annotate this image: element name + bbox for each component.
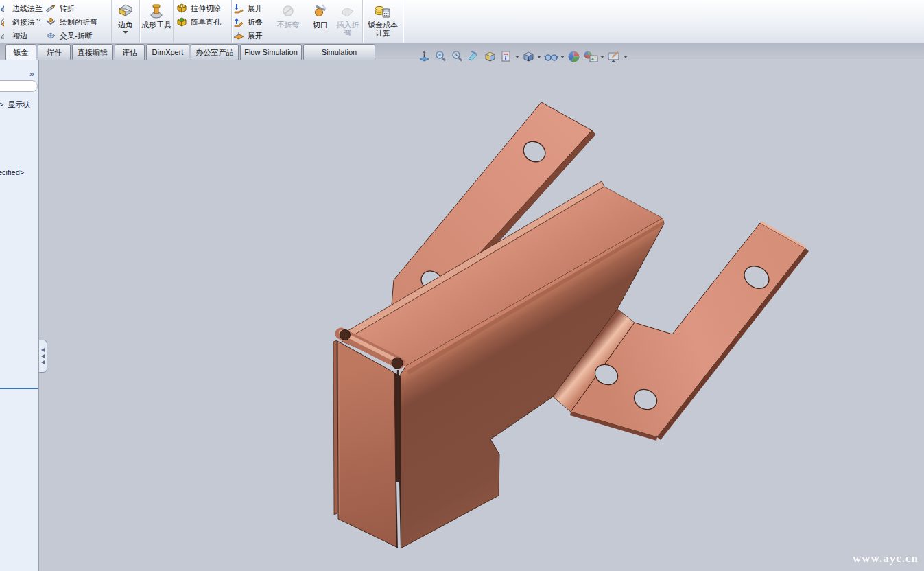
button-label: 简单直孔 <box>191 17 221 27</box>
flatten-button[interactable]: 展开 <box>233 29 263 43</box>
button-label: 插入折弯 <box>335 21 360 37</box>
button-label: 转折 <box>60 3 75 14</box>
button-label: 折叠 <box>248 17 263 27</box>
miter-flange-button[interactable]: 斜接法兰 <box>0 15 43 29</box>
tab-dimxpert[interactable]: DimXpert <box>146 44 189 60</box>
simple-hole-button[interactable]: 简单直孔 <box>176 15 221 29</box>
unfold-icon <box>233 3 246 14</box>
sketched-bend-button[interactable]: 绘制的折弯 <box>45 15 97 29</box>
sheet-metal-costing-button[interactable]: 钣金成本计算 <box>366 1 400 41</box>
rip-icon <box>313 1 328 21</box>
unfold-button[interactable]: 展开 <box>233 1 263 15</box>
extruded-cut-button[interactable]: 拉伸切除 <box>176 1 221 15</box>
edge-flange-button[interactable]: 边线法兰 <box>0 1 43 15</box>
sketched-bend-icon <box>45 16 58 27</box>
button-label: 展开 <box>248 3 263 14</box>
tab-direct-editing[interactable]: 直接编辑 <box>72 44 113 60</box>
jog-button[interactable]: 转折 <box>45 1 97 15</box>
collapse-arrow-icon <box>41 354 45 358</box>
tree-item-material[interactable]: ecified> <box>0 168 24 176</box>
button-label: 切口 <box>313 21 328 29</box>
button-label: 成形工具 <box>141 21 171 29</box>
forming-tools-button[interactable]: 成形工具 <box>141 1 171 41</box>
hem-button[interactable]: 褶边 <box>0 29 43 43</box>
rip-button[interactable]: 切口 <box>309 1 332 41</box>
viewport-canvas[interactable] <box>0 0 924 571</box>
no-bends-icon <box>281 1 295 21</box>
insert-bends-icon <box>340 1 355 21</box>
flatten-icon <box>233 30 246 41</box>
button-label: 斜接法兰 <box>12 17 43 27</box>
corner-icon <box>117 1 134 21</box>
panel-collapse-handle[interactable] <box>39 340 47 373</box>
feature-manager-panel: » t>_显示状 ecified> <box>0 60 39 571</box>
simple-hole-icon <box>176 16 189 27</box>
button-label: 边线法兰 <box>12 3 43 14</box>
fold-button[interactable]: 折叠 <box>233 15 263 29</box>
extruded-cut-icon <box>176 3 189 14</box>
sheet-metal-part[interactable] <box>333 102 809 550</box>
tab-evaluate[interactable]: 评估 <box>115 44 145 60</box>
panel-expand-button[interactable]: » <box>29 69 34 79</box>
button-label: 展开 <box>248 31 263 41</box>
command-manager-tabs: 钣金 焊件 直接编辑 评估 DimXpert 办公室产品 Flow Simula… <box>0 43 924 60</box>
tab-simulation[interactable]: Simulation <box>303 44 375 60</box>
corner-button[interactable]: 边角 <box>113 1 138 41</box>
cross-break-icon <box>45 30 58 41</box>
button-label: 不折弯 <box>277 21 300 29</box>
no-bends-button: 不折弯 <box>272 1 305 41</box>
fold-icon <box>233 16 246 27</box>
button-label: 褶边 <box>12 31 27 41</box>
collapse-arrow-icon <box>41 348 45 352</box>
cross-break-button[interactable]: 交叉-折断 <box>45 29 97 43</box>
miter-flange-icon <box>0 16 4 27</box>
edge-flange-icon <box>0 3 4 14</box>
command-manager-ribbon: 边线法兰 斜接法兰 褶边 转折 绘制的折弯 交叉-折断 <box>0 0 924 43</box>
tab-weldments[interactable]: 焊件 <box>38 44 71 60</box>
tab-sheet-metal[interactable]: 钣金 <box>5 44 36 60</box>
insert-bends-button: 插入折弯 <box>335 1 361 41</box>
button-label: 边角 <box>118 21 133 29</box>
tree-item-display-state[interactable]: t>_显示状 <box>0 100 31 110</box>
panel-splitter[interactable] <box>0 388 38 389</box>
costing-icon <box>374 1 392 21</box>
feature-tree-filter-box[interactable] <box>0 80 38 92</box>
button-label: 绘制的折弯 <box>60 17 97 27</box>
tab-flow-simulation[interactable]: Flow Simulation <box>240 44 302 60</box>
forming-tools-icon <box>149 1 164 21</box>
button-label: 交叉-折断 <box>60 31 93 41</box>
jog-icon <box>45 3 58 14</box>
hem-icon <box>0 30 4 41</box>
collapse-arrow-icon <box>41 360 45 364</box>
tab-office-products[interactable]: 办公室产品 <box>191 44 239 60</box>
watermark: www.ayc.cn <box>853 552 919 566</box>
button-label: 拉伸切除 <box>191 3 221 14</box>
button-label: 钣金成本计算 <box>366 21 399 37</box>
dropdown-caret-icon[interactable] <box>123 31 128 34</box>
corner-relief-hole <box>392 358 403 369</box>
corner-relief-hole <box>340 330 351 340</box>
